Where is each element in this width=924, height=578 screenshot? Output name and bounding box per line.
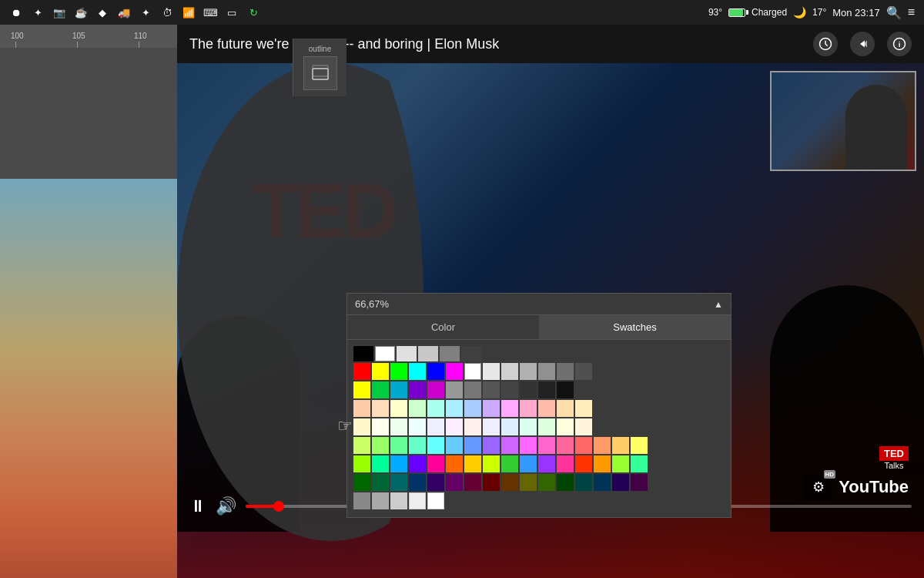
swatch-gray4[interactable]: [538, 363, 555, 380]
swatch-d2[interactable]: [372, 474, 389, 491]
swatch-l10[interactable]: [520, 418, 537, 435]
dropbox-icon[interactable]: ✦: [31, 5, 45, 19]
swatch-b11[interactable]: [538, 455, 555, 472]
swatch-c10[interactable]: [520, 381, 537, 398]
swatch-blue[interactable]: [427, 363, 444, 380]
swatch-m5[interactable]: [427, 437, 444, 454]
swatch-ltgray2[interactable]: [418, 346, 438, 361]
swatch-b12[interactable]: [557, 455, 574, 472]
swatch-b2[interactable]: [372, 455, 389, 472]
swatch-p8[interactable]: [483, 400, 500, 417]
swatch-p13[interactable]: [575, 400, 592, 417]
swatch-p5[interactable]: [427, 400, 444, 417]
swatch-d14[interactable]: [594, 474, 611, 491]
swatch-bg1[interactable]: [353, 492, 370, 509]
swatch-c4[interactable]: [409, 381, 426, 398]
swatch-d13[interactable]: [575, 474, 592, 491]
swatch-b15[interactable]: [612, 455, 629, 472]
swatch-gray6[interactable]: [575, 363, 592, 380]
swatch-l13[interactable]: [575, 418, 592, 435]
swatch-p9[interactable]: [501, 400, 518, 417]
swatch-d5[interactable]: [427, 474, 444, 491]
swatch-p4[interactable]: [409, 400, 426, 417]
swatch-m4[interactable]: [409, 437, 426, 454]
swatch-magenta[interactable]: [446, 363, 463, 380]
swatch-b3[interactable]: [390, 455, 407, 472]
swatch-c3[interactable]: [390, 381, 407, 398]
swatch-m3[interactable]: [390, 437, 407, 454]
swatch-b9[interactable]: [501, 455, 518, 472]
swatch-d7[interactable]: [464, 474, 481, 491]
swatch-d9[interactable]: [501, 474, 518, 491]
swatch-c12[interactable]: [557, 381, 574, 398]
swatch-d3[interactable]: [390, 474, 407, 491]
clock-icon[interactable]: ⏱: [160, 5, 174, 19]
swatch-c9[interactable]: [501, 381, 518, 398]
swatch-c8[interactable]: [483, 381, 500, 398]
swatch-gray3[interactable]: [520, 363, 537, 380]
swatch-bg3[interactable]: [390, 492, 407, 509]
volume-button[interactable]: 🔊: [216, 496, 236, 516]
bluetooth-icon[interactable]: ✦: [139, 5, 152, 19]
swatch-l5[interactable]: [427, 418, 444, 435]
swatch-m9[interactable]: [501, 437, 518, 454]
swatch-white1[interactable]: [375, 346, 395, 361]
swatch-b5[interactable]: [427, 455, 444, 472]
swatch-b8[interactable]: [483, 455, 500, 472]
swatch-bg2[interactable]: [372, 492, 389, 509]
swatch-p11[interactable]: [538, 400, 555, 417]
swatch-white2[interactable]: [464, 363, 481, 380]
swatch-d8[interactable]: [483, 474, 500, 491]
swatch-c11[interactable]: [538, 381, 555, 398]
swatch-d4[interactable]: [409, 474, 426, 491]
swatch-ltgray1[interactable]: [397, 346, 417, 361]
swatch-l4[interactable]: [409, 418, 426, 435]
swatch-bg5[interactable]: [427, 492, 444, 509]
pause-button[interactable]: ⏸: [189, 496, 206, 516]
thumbnail-preview[interactable]: [770, 71, 916, 171]
swatch-m8[interactable]: [483, 437, 500, 454]
swatch-dkgray[interactable]: [461, 346, 481, 361]
swatch-m6[interactable]: [446, 437, 463, 454]
swatch-red[interactable]: [353, 363, 370, 380]
swatch-b13[interactable]: [575, 455, 592, 472]
progress-thumb[interactable]: [273, 501, 284, 512]
swatch-l9[interactable]: [501, 418, 518, 435]
sketch-icon[interactable]: ◆: [95, 5, 109, 19]
swatch-m12[interactable]: [557, 437, 574, 454]
swatch-lime[interactable]: [390, 363, 407, 380]
swatch-d11[interactable]: [538, 474, 555, 491]
swatch-b10[interactable]: [520, 455, 537, 472]
swatch-b7[interactable]: [464, 455, 481, 472]
swatch-b6[interactable]: [446, 455, 463, 472]
tab-swatches[interactable]: Swatches: [539, 315, 731, 339]
record-icon[interactable]: ⏺: [9, 5, 23, 19]
swatch-c5[interactable]: [427, 381, 444, 398]
swatch-p1[interactable]: [353, 400, 370, 417]
swatch-m7[interactable]: [464, 437, 481, 454]
swatch-yellow[interactable]: [372, 363, 389, 380]
swatch-c2[interactable]: [372, 381, 389, 398]
swatch-c7[interactable]: [464, 381, 481, 398]
swatch-gray5[interactable]: [557, 363, 574, 380]
swatch-c1[interactable]: [353, 381, 370, 398]
info-video-icon[interactable]: i: [887, 32, 912, 56]
tab-color[interactable]: Color: [347, 315, 539, 339]
wifi-icon[interactable]: 📶: [182, 5, 196, 19]
menu-icon[interactable]: ≡: [908, 5, 915, 19]
swatch-p7[interactable]: [464, 400, 481, 417]
swatch-c6[interactable]: [446, 381, 463, 398]
swatch-l11[interactable]: [538, 418, 555, 435]
swatch-d12[interactable]: [557, 474, 574, 491]
swatch-b14[interactable]: [594, 455, 611, 472]
swatch-l8[interactable]: [483, 418, 500, 435]
swatch-gray1[interactable]: [483, 363, 500, 380]
swatch-m13[interactable]: [575, 437, 592, 454]
swatch-m15[interactable]: [612, 437, 629, 454]
outline-tool[interactable]: [303, 56, 337, 90]
swatch-d1[interactable]: [353, 474, 370, 491]
swatch-m2[interactable]: [372, 437, 389, 454]
swatch-m14[interactable]: [594, 437, 611, 454]
coffee-icon[interactable]: ☕: [74, 5, 88, 19]
clock-video-icon[interactable]: [813, 32, 838, 56]
